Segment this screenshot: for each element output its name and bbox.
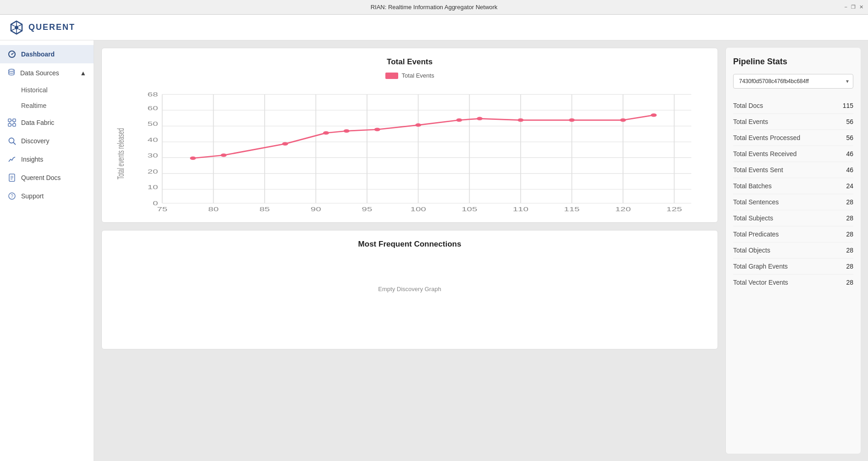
stat-value: 115 <box>843 102 853 109</box>
sidebar-item-support[interactable]: ? Support <box>0 187 94 205</box>
stat-label: Total Objects <box>733 247 770 254</box>
svg-rect-14 <box>8 124 11 126</box>
stat-label: Total Graph Events <box>733 263 788 270</box>
stat-label: Total Events Sent <box>733 166 783 174</box>
svg-point-77 <box>517 118 523 122</box>
svg-point-76 <box>477 117 483 121</box>
svg-text:0: 0 <box>153 200 158 206</box>
titlebar-title: RIAN: Realtime Information Aggregator Ne… <box>371 4 498 11</box>
svg-text:?: ? <box>11 194 13 199</box>
stat-label: Total Events <box>733 118 768 125</box>
sidebar: Dashboard Data Sources ▲ Historical Real… <box>0 40 94 461</box>
chart-legend: Total Events <box>111 72 708 79</box>
svg-text:80: 80 <box>208 206 219 212</box>
stat-row: Total Events Received 46 <box>733 146 853 162</box>
pipeline-dropdown-wrapper[interactable]: 7430f0d5708c476fb4bc684ff ▾ <box>733 74 853 89</box>
stat-value: 46 <box>846 166 853 174</box>
svg-point-74 <box>415 124 421 127</box>
chart-container: 0 10 20 30 40 50 60 68 75 <box>111 84 708 213</box>
svg-point-73 <box>374 128 380 131</box>
svg-point-20 <box>9 138 14 143</box>
sidebar-item-label: Insights <box>21 156 43 163</box>
svg-point-1 <box>15 26 18 29</box>
stat-row: Total Events 56 <box>733 114 853 130</box>
sidebar-item-insights[interactable]: Insights <box>0 150 94 169</box>
stat-row: Total Sentences 28 <box>733 194 853 210</box>
stat-label: Total Sentences <box>733 198 779 206</box>
sidebar-item-data-fabric[interactable]: Data Fabric <box>0 113 94 132</box>
svg-point-69 <box>221 153 227 157</box>
stat-label: Total Predicates <box>733 230 779 238</box>
total-events-chart-card: Total Events Total Events <box>101 48 718 223</box>
svg-point-71 <box>323 131 329 135</box>
maximize-button[interactable]: ❐ <box>851 4 856 10</box>
stat-row: Total Events Sent 46 <box>733 162 853 178</box>
stat-row: Total Predicates 28 <box>733 226 853 242</box>
stat-label: Total Batches <box>733 182 772 190</box>
logo-icon <box>9 20 24 35</box>
svg-rect-12 <box>8 119 11 122</box>
svg-line-21 <box>13 142 16 145</box>
sidebar-item-discovery[interactable]: Discovery <box>0 132 94 150</box>
sidebar-item-label: Querent Docs <box>21 174 61 181</box>
sidebar-item-label: Data Fabric <box>21 119 54 126</box>
stat-value: 56 <box>846 134 853 141</box>
pipeline-stats-panel: Pipeline Stats 7430f0d5708c476fb4bc684ff… <box>725 48 861 454</box>
svg-point-79 <box>620 118 626 122</box>
line-chart-svg: 0 10 20 30 40 50 60 68 75 <box>111 84 708 213</box>
svg-text:105: 105 <box>462 206 477 212</box>
data-fabric-icon <box>7 118 17 127</box>
minimize-button[interactable]: − <box>845 4 847 10</box>
connections-card: Most Frequent Connections Empty Discover… <box>101 230 718 349</box>
stat-row: Total Batches 24 <box>733 178 853 194</box>
docs-icon <box>7 173 17 182</box>
stat-value: 28 <box>846 214 853 222</box>
sidebar-item-data-sources[interactable]: Data Sources ▲ <box>0 63 94 82</box>
svg-point-72 <box>344 129 350 133</box>
empty-graph-label: Empty Discovery Graph <box>111 286 708 292</box>
stat-row: Total Vector Events 28 <box>733 275 853 290</box>
stat-value: 46 <box>846 150 853 157</box>
sidebar-item-realtime[interactable]: Realtime <box>0 98 94 113</box>
svg-text:40: 40 <box>148 137 158 143</box>
chart-title: Total Events <box>111 57 708 67</box>
stat-value: 28 <box>846 230 853 238</box>
stat-label: Total Docs <box>733 102 763 109</box>
data-sources-icon <box>7 68 16 78</box>
svg-text:10: 10 <box>148 185 158 191</box>
svg-text:100: 100 <box>411 206 426 212</box>
sidebar-item-label: Discovery <box>21 137 49 145</box>
svg-text:120: 120 <box>615 206 631 212</box>
data-sources-label: Data Sources <box>20 69 59 77</box>
stat-value: 28 <box>846 247 853 254</box>
window-controls[interactable]: − ❐ ✕ <box>845 4 863 10</box>
chevron-up-icon: ▲ <box>80 69 86 77</box>
connections-title: Most Frequent Connections <box>111 240 708 249</box>
logo-text: QUERENT <box>28 22 75 32</box>
sidebar-item-querent-docs[interactable]: Querent Docs <box>0 169 94 187</box>
sidebar-item-historical[interactable]: Historical <box>0 82 94 98</box>
svg-text:85: 85 <box>259 206 270 212</box>
support-icon: ? <box>7 191 17 201</box>
stat-value: 56 <box>846 118 853 125</box>
dashboard-icon <box>7 50 17 59</box>
svg-text:115: 115 <box>564 206 579 212</box>
content-area: Total Events Total Events <box>94 40 868 461</box>
sidebar-item-dashboard[interactable]: Dashboard <box>0 45 94 63</box>
close-button[interactable]: ✕ <box>859 4 863 10</box>
discovery-icon <box>7 136 17 146</box>
svg-text:125: 125 <box>667 206 682 212</box>
pipeline-stats-title: Pipeline Stats <box>733 57 853 67</box>
stat-value: 28 <box>846 263 853 270</box>
stat-value: 28 <box>846 198 853 206</box>
header: QUERENT <box>0 15 868 40</box>
titlebar: RIAN: Realtime Information Aggregator Ne… <box>0 0 868 15</box>
pipeline-dropdown[interactable]: 7430f0d5708c476fb4bc684ff <box>733 74 853 89</box>
svg-point-10 <box>11 54 13 55</box>
svg-point-68 <box>190 157 196 160</box>
stat-row: Total Subjects 28 <box>733 210 853 226</box>
svg-point-80 <box>651 113 657 117</box>
svg-text:60: 60 <box>148 105 158 111</box>
sidebar-item-label: Dashboard <box>21 51 55 58</box>
stat-label: Total Subjects <box>733 214 773 222</box>
